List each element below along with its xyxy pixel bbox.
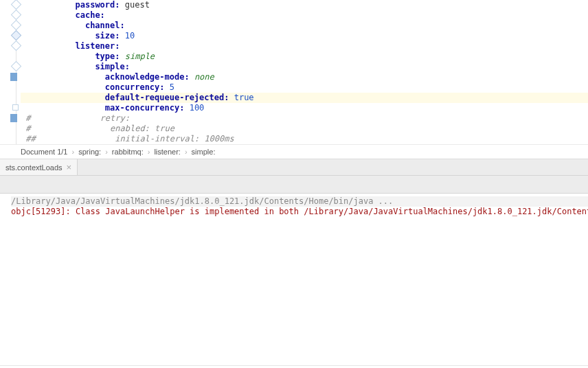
yaml-key: acknowledge-mode — [105, 72, 185, 82]
chevron-right-icon: › — [105, 148, 108, 156]
colon: : — [115, 0, 120, 10]
code-line[interactable]: # retry: — [21, 113, 588, 124]
code-comment: # enabled: true — [21, 124, 174, 133]
fold-marker[interactable] — [11, 41, 22, 51]
console-line: /Library/Java/JavaVirtualMachines/jdk1.8… — [11, 196, 588, 207]
tool-window-tabs: sts.contextLoads × — [0, 159, 588, 176]
indent — [21, 82, 105, 92]
code-area[interactable]: password: guest cache: channel: size: 10… — [21, 0, 588, 144]
code-line[interactable]: default-requeue-rejected: true — [21, 93, 588, 103]
yaml-value: 100 — [190, 103, 205, 113]
breadcrumb-doc[interactable]: Document 1/1 — [21, 148, 67, 156]
indent — [21, 62, 95, 71]
code-line[interactable]: acknowledge-mode: none — [21, 72, 588, 82]
fold-marker[interactable] — [11, 20, 22, 31]
indent — [21, 41, 75, 51]
breadcrumb-part[interactable]: rabbitmq: — [112, 148, 144, 156]
code-line[interactable]: simple: — [21, 62, 588, 72]
close-icon[interactable]: × — [67, 163, 72, 172]
yaml-value: simple — [125, 51, 155, 61]
code-line[interactable]: concurrency: 5 — [21, 82, 588, 93]
colon: : — [100, 10, 105, 20]
ide-root: password: guest cache: channel: size: 10… — [0, 0, 588, 368]
yaml-key: type — [95, 51, 115, 61]
indent — [21, 51, 95, 61]
code-line[interactable]: listener: — [21, 41, 588, 51]
indent — [21, 103, 105, 113]
code-line[interactable]: password: guest — [21, 0, 588, 10]
yaml-key: size — [95, 31, 115, 41]
tab-label: sts.contextLoads — [5, 163, 63, 172]
breadcrumb-part[interactable]: listener: — [154, 148, 181, 156]
tool-window-header — [0, 176, 588, 194]
fold-end-marker[interactable] — [12, 104, 19, 111]
gutter[interactable] — [0, 0, 21, 144]
fold-marker[interactable] — [11, 30, 22, 41]
yaml-key: default-requeue-rejected — [105, 93, 224, 102]
yaml-key: cache — [75, 10, 100, 20]
yaml-value: true — [234, 93, 254, 102]
yaml-value: none — [194, 72, 214, 82]
code-comment: ## initial-interval: 1000ms — [21, 134, 234, 143]
yaml-key: password — [75, 0, 115, 10]
code-line[interactable]: channel: — [21, 21, 588, 31]
code-line[interactable]: max-concurrency: 100 — [21, 103, 588, 113]
tab-context-loads[interactable]: sts.contextLoads × — [0, 159, 78, 175]
colon: : — [159, 82, 164, 92]
code-line[interactable]: ## initial-interval: 1000ms — [21, 134, 588, 144]
yaml-value: guest — [125, 0, 150, 10]
breadcrumb[interactable]: Document 1/1 › spring: › rabbitmq: › lis… — [0, 144, 588, 159]
fold-marker[interactable] — [11, 61, 22, 72]
colon: : — [120, 21, 125, 30]
yaml-value: 5 — [170, 82, 174, 92]
indent — [21, 72, 105, 82]
code-line[interactable]: # enabled: true — [21, 124, 588, 134]
colon: : — [115, 41, 120, 51]
yaml-key: channel — [85, 21, 120, 30]
fold-marker[interactable] — [11, 10, 22, 21]
yaml-key: simple — [95, 62, 124, 71]
colon: : — [115, 31, 120, 41]
breadcrumb-part[interactable]: spring: — [78, 148, 101, 156]
colon: : — [125, 62, 130, 71]
chevron-right-icon: › — [71, 148, 74, 156]
yaml-key: concurrency — [105, 82, 159, 92]
chevron-right-icon: › — [148, 148, 150, 156]
code-line[interactable]: type: simple — [21, 51, 588, 62]
indent — [21, 93, 105, 102]
caret-gutter-mark — [10, 114, 17, 122]
code-comment: # retry: — [21, 113, 130, 123]
chevron-right-icon: › — [185, 148, 188, 156]
code-line[interactable]: size: 10 — [21, 31, 588, 41]
indent — [21, 0, 75, 10]
code-line[interactable]: cache: — [21, 10, 588, 21]
colon: : — [184, 72, 189, 82]
caret-gutter-mark — [10, 73, 17, 81]
console[interactable]: /Library/Java/JavaVirtualMachines/jdk1.8… — [0, 194, 588, 365]
status-bar — [0, 365, 588, 368]
breadcrumb-part[interactable]: simple: — [192, 148, 216, 156]
editor[interactable]: password: guest cache: channel: size: 10… — [0, 0, 588, 144]
indent — [21, 31, 95, 41]
yaml-value: 10 — [125, 31, 135, 41]
indent — [21, 21, 85, 30]
yaml-key: max-concurrency — [105, 103, 179, 113]
indent — [21, 10, 75, 20]
console-line: objc[51293]: Class JavaLaunchHelper is i… — [11, 207, 588, 217]
yaml-key: listener — [75, 41, 115, 51]
fold-marker[interactable] — [11, 0, 22, 10]
colon: : — [115, 51, 120, 61]
